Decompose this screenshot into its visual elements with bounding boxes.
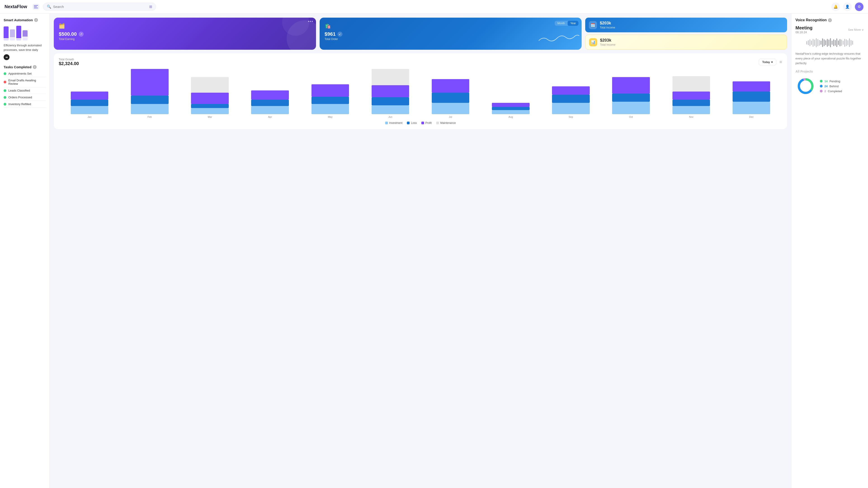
income-top-icon: 🗓️ (589, 21, 597, 29)
legend-color (421, 122, 424, 124)
bar-segment-investment (71, 106, 108, 114)
earning-amount: $500.00 (59, 31, 77, 37)
chevron-down-icon: ∨ (862, 28, 864, 31)
bar-month-label: Jan (88, 116, 92, 118)
project-color (820, 90, 823, 92)
legend-color (407, 122, 410, 124)
bar-segment-loss (733, 92, 770, 102)
legend-item: Loss (407, 121, 416, 125)
card-order: Month Year 🛍️ $961 ↙ Total Order (320, 18, 582, 50)
bar-chart: JanFebMarAprMayJunJulAugSepOctNovDec (59, 68, 782, 118)
task-list: Appointments SetEmail Drafts Awaiting Re… (4, 70, 46, 108)
topbar-icons: 🔔 👤 ⚙ (831, 2, 864, 11)
income-top-amount: $203k (600, 21, 615, 26)
waveform-bar (846, 39, 847, 46)
bar-segment-profit (372, 85, 409, 97)
waveform-bar (844, 39, 845, 47)
bar-group: Oct (602, 69, 660, 118)
task-label: Inventory Refilled (8, 102, 31, 106)
waveform-bar (808, 40, 809, 45)
bar-group: Dec (722, 69, 780, 118)
bar-segment-investment (131, 104, 168, 114)
bar-segment-maintenance (673, 76, 710, 92)
bar-segment-investment (733, 102, 770, 114)
main-content: 🗂️ $500.00 ↗ Total Earning Month Year 🛍️ (50, 13, 791, 488)
bar-month-label: Oct (629, 116, 633, 118)
bar-segment-investment (673, 106, 710, 114)
bar-group: Jan (61, 69, 119, 118)
project-count: 14 (825, 80, 828, 83)
smart-automation-info-icon[interactable]: i (34, 18, 38, 22)
waveform-bar (850, 40, 851, 45)
waveform-bar (809, 39, 810, 46)
bar-segment-profit (131, 69, 168, 96)
waveform-bar (839, 39, 840, 46)
waveform-bar (822, 38, 823, 47)
chart-menu-icon[interactable]: ≡ (779, 59, 782, 65)
tasks-title: Tasks Completed i (4, 65, 46, 69)
bar-group: Jun (362, 69, 419, 118)
search-input[interactable] (53, 5, 147, 8)
task-dot (4, 103, 6, 105)
smart-automation-link[interactable]: ➜ (4, 54, 9, 60)
chart-title: Total Growth (59, 58, 79, 61)
bar-segment-profit (552, 86, 590, 94)
bar-group: Apr (241, 69, 299, 118)
today-button[interactable]: Today ▾ (759, 59, 776, 65)
legend-item: Investment (385, 121, 403, 125)
task-dot (4, 89, 6, 92)
bar-month-label: May (328, 116, 333, 118)
bar-segment-maintenance (191, 77, 229, 92)
waveform-bar (843, 41, 844, 45)
task-dot (4, 96, 6, 99)
project-label: Completed (828, 90, 842, 93)
settings-button[interactable]: ⚙ (855, 2, 864, 11)
waveform-bar (825, 40, 826, 45)
voice-section: Voice Recognition i Meeting 08.18.24 See… (796, 18, 864, 96)
chart-header: Total Growth $2,324.00 Today ▾ ≡ (59, 58, 782, 66)
bar-segment-investment (432, 103, 469, 114)
bar-segment-profit (673, 92, 710, 100)
bar-month-label: Apr (268, 116, 272, 118)
tasks-info-icon[interactable]: i (33, 65, 37, 69)
income-bot-label: Total Income (600, 43, 615, 46)
smart-automation-desc: Efficiency through automated processes, … (4, 43, 46, 52)
waveform-bar (806, 41, 807, 44)
order-trend-icon: ↙ (338, 32, 342, 37)
legend-color (385, 122, 388, 124)
avatar-button[interactable]: 👤 (843, 2, 852, 11)
legend-item: Maintenance (436, 121, 456, 125)
app-logo: NextaFlow (4, 4, 27, 9)
waveform-bar (852, 41, 853, 45)
voice-desc: NextaFlow's cutting-edge technology ensu… (796, 52, 864, 65)
topbar: NextaFlow 🔍 ⊞ 🔔 👤 ⚙ (0, 0, 868, 13)
bar-segment-investment (191, 108, 229, 114)
see-more-button[interactable]: See More ∨ (848, 28, 864, 31)
project-legend-item: 14Pending (820, 80, 842, 83)
menu-button[interactable] (33, 4, 39, 10)
bar-segment-profit (311, 84, 349, 97)
bar-group: Aug (482, 69, 539, 118)
card-earning: 🗂️ $500.00 ↗ Total Earning (54, 18, 316, 50)
chart-section: Total Growth $2,324.00 Today ▾ ≡ JanFebM… (54, 53, 787, 129)
task-label: Email Drafts Awaiting Review (8, 79, 46, 86)
chart-legend: InvestmentLossProfitMaintenance (59, 121, 782, 125)
bar-segment-profit (71, 92, 108, 100)
legend-color (436, 122, 439, 124)
donut-chart (796, 76, 816, 96)
waveform-bar (829, 39, 829, 46)
waveform-bar (835, 40, 836, 45)
voice-info-icon[interactable]: i (828, 18, 832, 22)
legend-item: Profit (421, 121, 432, 125)
card-earning-menu[interactable] (308, 21, 313, 22)
earning-label: Total Earning (59, 37, 311, 41)
meeting-name: Meeting (796, 25, 813, 31)
svg-rect-1 (34, 6, 37, 7)
task-label: Orders Processed (8, 96, 32, 99)
bar-segment-loss (311, 97, 349, 104)
tasks-section: Tasks Completed i Appointments SetEmail … (4, 65, 46, 108)
filter-icon[interactable]: ⊞ (149, 4, 152, 9)
notification-button[interactable]: 🔔 (831, 2, 840, 11)
cards-row: 🗂️ $500.00 ↗ Total Earning Month Year 🛍️ (54, 18, 787, 50)
bar-month-label: Feb (148, 116, 152, 118)
